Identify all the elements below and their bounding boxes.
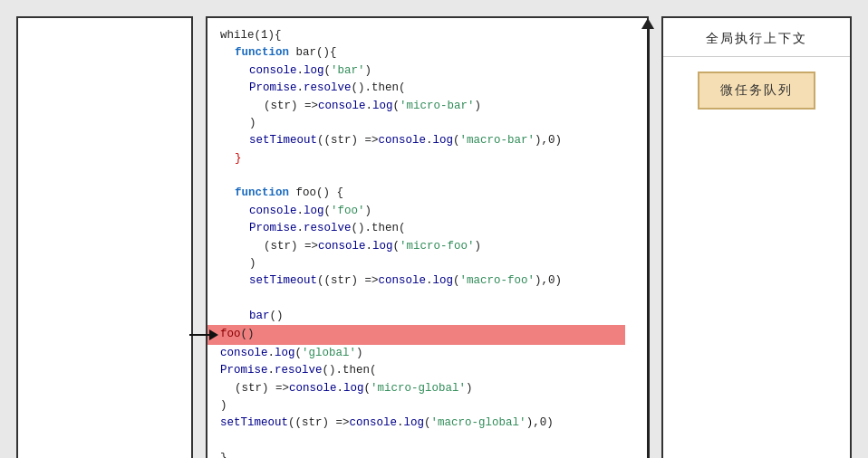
code-line-10-rest: foo() { bbox=[289, 186, 343, 199]
code-line-14: ) bbox=[220, 255, 638, 272]
kw-function-2: function bbox=[235, 186, 289, 199]
code-line-2: function bar(){ bbox=[220, 44, 638, 62]
kw-function-1: function bbox=[235, 46, 289, 59]
right-panel: 全局执行上下文 微任务队列 bbox=[661, 16, 852, 458]
h-arrow-line bbox=[189, 334, 209, 337]
code-line-12: Promise.resolve().then( bbox=[220, 220, 638, 237]
left-panel bbox=[16, 16, 193, 458]
code-line-16 bbox=[220, 291, 638, 308]
vertical-arrow bbox=[641, 18, 654, 458]
code-line-1: while(1){ bbox=[220, 27, 638, 44]
code-line-7: setTimeout((str) =>console.log('macro-ba… bbox=[220, 132, 638, 149]
code-line-10: function foo() { bbox=[220, 185, 638, 202]
code-line-18-highlight: foo() bbox=[207, 325, 625, 344]
code-line-20: Promise.resolve().then( bbox=[220, 362, 638, 379]
code-line-9 bbox=[220, 167, 638, 185]
code-line-25: } bbox=[220, 450, 638, 458]
method-console: console bbox=[249, 64, 297, 77]
horizontal-arrow bbox=[189, 329, 218, 340]
code-line-15: setTimeout((str) =>console.log('macro-fo… bbox=[220, 272, 638, 290]
micro-task-box: 微任务队列 bbox=[698, 72, 815, 110]
code-line-6: ) bbox=[220, 115, 638, 132]
code-line-22: ) bbox=[220, 397, 638, 415]
code-line-24 bbox=[220, 433, 638, 450]
code-line-21: (str) =>console.log('micro-global') bbox=[220, 380, 638, 397]
code-line-4: Promise.resolve().then( bbox=[220, 80, 638, 97]
main-area: while(1){ function bar(){ console.log('b… bbox=[0, 0, 868, 458]
middle-panel: while(1){ function bar(){ console.log('b… bbox=[206, 16, 649, 458]
code-line-11: console.log('foo') bbox=[220, 203, 638, 220]
code-block: while(1){ function bar(){ console.log('b… bbox=[220, 27, 638, 458]
code-line-19: console.log('global') bbox=[220, 345, 638, 362]
code-line-23: setTimeout((str) =>console.log('macro-gl… bbox=[220, 415, 638, 432]
h-arrow-tip bbox=[209, 329, 218, 340]
right-top-label: 全局执行上下文 bbox=[663, 18, 850, 57]
code-line-13: (str) =>console.log('micro-foo') bbox=[220, 238, 638, 255]
code-line-3: console.log('bar') bbox=[220, 62, 638, 80]
v-arrow-line bbox=[647, 29, 650, 458]
code-line-18-container: foo() bbox=[220, 325, 638, 344]
code-line-17: bar() bbox=[220, 308, 638, 325]
code-line-2-rest: bar(){ bbox=[289, 46, 337, 59]
code-line-8: } bbox=[220, 150, 638, 167]
code-line-5: (str) =>console.log('micro-bar') bbox=[220, 98, 638, 115]
arrow-up-tip bbox=[641, 18, 654, 29]
